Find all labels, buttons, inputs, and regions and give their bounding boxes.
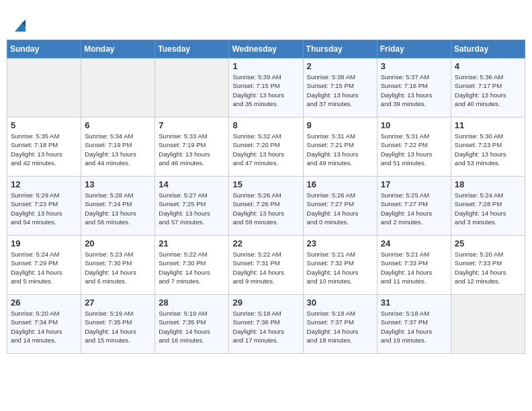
calendar-cell: 2Sunrise: 5:38 AM Sunset: 7:15 PM Daylig…: [303, 58, 377, 118]
cell-info: Sunrise: 5:22 AM Sunset: 7:31 PM Dayligh…: [232, 250, 299, 285]
calendar-cell: [155, 58, 229, 118]
day-number: 11: [455, 120, 521, 130]
calendar-cell: 12Sunrise: 5:29 AM Sunset: 7:23 PM Dayli…: [7, 177, 81, 236]
logo-icon: [12, 19, 27, 34]
day-number: 15: [232, 179, 299, 189]
weekday-header-saturday: Saturday: [451, 40, 525, 58]
cell-info: Sunrise: 5:22 AM Sunset: 7:30 PM Dayligh…: [159, 250, 225, 285]
calendar-cell: 25Sunrise: 5:20 AM Sunset: 7:33 PM Dayli…: [451, 236, 525, 295]
day-number: 22: [232, 238, 299, 248]
day-number: 6: [85, 120, 151, 130]
cell-info: Sunrise: 5:20 AM Sunset: 7:33 PM Dayligh…: [455, 250, 521, 285]
cell-info: Sunrise: 5:26 AM Sunset: 7:27 PM Dayligh…: [307, 191, 373, 226]
cell-info: Sunrise: 5:18 AM Sunset: 7:36 PM Dayligh…: [232, 309, 299, 345]
calendar-cell: 26Sunrise: 5:20 AM Sunset: 7:34 PM Dayli…: [7, 295, 81, 354]
cell-info: Sunrise: 5:35 AM Sunset: 7:18 PM Dayligh…: [11, 132, 77, 167]
day-number: 13: [85, 179, 151, 189]
day-number: 30: [307, 298, 373, 308]
weekday-header-friday: Friday: [377, 40, 451, 58]
calendar-cell: 6Sunrise: 5:34 AM Sunset: 7:19 PM Daylig…: [81, 118, 155, 177]
calendar-cell: 28Sunrise: 5:19 AM Sunset: 7:35 PM Dayli…: [155, 295, 229, 354]
cell-info: Sunrise: 5:31 AM Sunset: 7:21 PM Dayligh…: [307, 132, 373, 167]
day-number: 9: [307, 120, 373, 130]
day-number: 2: [307, 61, 373, 71]
cell-info: Sunrise: 5:18 AM Sunset: 7:37 PM Dayligh…: [307, 309, 373, 345]
calendar-cell: 27Sunrise: 5:19 AM Sunset: 7:35 PM Dayli…: [81, 295, 155, 354]
cell-info: Sunrise: 5:37 AM Sunset: 7:16 PM Dayligh…: [381, 73, 447, 108]
calendar-cell: 31Sunrise: 5:18 AM Sunset: 7:37 PM Dayli…: [377, 295, 451, 354]
day-number: 26: [11, 298, 77, 308]
calendar-cell: 8Sunrise: 5:32 AM Sunset: 7:20 PM Daylig…: [229, 118, 303, 177]
cell-info: Sunrise: 5:34 AM Sunset: 7:19 PM Dayligh…: [85, 132, 151, 167]
calendar-cell: 14Sunrise: 5:27 AM Sunset: 7:25 PM Dayli…: [155, 177, 229, 236]
calendar-table: SundayMondayTuesdayWednesdayThursdayFrid…: [7, 40, 525, 354]
calendar-cell: 18Sunrise: 5:24 AM Sunset: 7:28 PM Dayli…: [451, 177, 525, 236]
weekday-header-sunday: Sunday: [7, 40, 81, 58]
day-number: 27: [85, 298, 151, 308]
cell-info: Sunrise: 5:29 AM Sunset: 7:23 PM Dayligh…: [11, 191, 77, 226]
calendar-cell: 9Sunrise: 5:31 AM Sunset: 7:21 PM Daylig…: [303, 118, 377, 177]
day-number: 23: [307, 238, 373, 248]
calendar-cell: 13Sunrise: 5:28 AM Sunset: 7:24 PM Dayli…: [81, 177, 155, 236]
cell-info: Sunrise: 5:19 AM Sunset: 7:35 PM Dayligh…: [159, 309, 225, 345]
day-number: 8: [232, 120, 299, 130]
cell-info: Sunrise: 5:39 AM Sunset: 7:15 PM Dayligh…: [232, 73, 299, 108]
cell-info: Sunrise: 5:21 AM Sunset: 7:32 PM Dayligh…: [307, 250, 373, 285]
cell-info: Sunrise: 5:36 AM Sunset: 7:17 PM Dayligh…: [455, 73, 521, 108]
calendar-cell: [81, 58, 155, 118]
weekday-header-tuesday: Tuesday: [155, 40, 229, 58]
day-number: 20: [85, 238, 151, 248]
day-number: 7: [159, 120, 225, 130]
day-number: 17: [381, 179, 447, 189]
day-number: 21: [159, 238, 225, 248]
cell-info: Sunrise: 5:19 AM Sunset: 7:35 PM Dayligh…: [85, 309, 151, 345]
cell-info: Sunrise: 5:33 AM Sunset: 7:19 PM Dayligh…: [159, 132, 225, 167]
calendar-cell: 5Sunrise: 5:35 AM Sunset: 7:18 PM Daylig…: [7, 118, 81, 177]
calendar-cell: 16Sunrise: 5:26 AM Sunset: 7:27 PM Dayli…: [303, 177, 377, 236]
cell-info: Sunrise: 5:20 AM Sunset: 7:34 PM Dayligh…: [11, 309, 77, 345]
cell-info: Sunrise: 5:23 AM Sunset: 7:30 PM Dayligh…: [85, 250, 151, 285]
calendar-cell: 7Sunrise: 5:33 AM Sunset: 7:19 PM Daylig…: [155, 118, 229, 177]
calendar-cell: 11Sunrise: 5:30 AM Sunset: 7:23 PM Dayli…: [451, 118, 525, 177]
day-number: 16: [307, 179, 373, 189]
cell-info: Sunrise: 5:38 AM Sunset: 7:15 PM Dayligh…: [307, 73, 373, 108]
cell-info: Sunrise: 5:27 AM Sunset: 7:25 PM Dayligh…: [159, 191, 225, 226]
cell-info: Sunrise: 5:31 AM Sunset: 7:22 PM Dayligh…: [381, 132, 447, 167]
calendar-cell: [451, 295, 525, 354]
day-number: 25: [455, 238, 521, 248]
cell-info: Sunrise: 5:28 AM Sunset: 7:24 PM Dayligh…: [85, 191, 151, 226]
calendar-cell: 17Sunrise: 5:25 AM Sunset: 7:27 PM Dayli…: [377, 177, 451, 236]
calendar-cell: 1Sunrise: 5:39 AM Sunset: 7:15 PM Daylig…: [229, 58, 303, 118]
cell-info: Sunrise: 5:24 AM Sunset: 7:28 PM Dayligh…: [455, 191, 521, 226]
day-number: 10: [381, 120, 447, 130]
cell-info: Sunrise: 5:21 AM Sunset: 7:33 PM Dayligh…: [381, 250, 447, 285]
calendar-cell: 3Sunrise: 5:37 AM Sunset: 7:16 PM Daylig…: [377, 58, 451, 118]
day-number: 12: [11, 179, 77, 189]
day-number: 5: [11, 120, 77, 130]
day-number: 1: [232, 61, 299, 71]
day-number: 14: [159, 179, 225, 189]
calendar-cell: 21Sunrise: 5:22 AM Sunset: 7:30 PM Dayli…: [155, 236, 229, 295]
cell-info: Sunrise: 5:26 AM Sunset: 7:26 PM Dayligh…: [232, 191, 299, 226]
logo: [9, 7, 27, 34]
header: [7, 7, 525, 34]
day-number: 18: [455, 179, 521, 189]
day-number: 3: [381, 61, 447, 71]
calendar-cell: 15Sunrise: 5:26 AM Sunset: 7:26 PM Dayli…: [229, 177, 303, 236]
day-number: 19: [11, 238, 77, 248]
calendar-cell: 19Sunrise: 5:24 AM Sunset: 7:29 PM Dayli…: [7, 236, 81, 295]
calendar-cell: 20Sunrise: 5:23 AM Sunset: 7:30 PM Dayli…: [81, 236, 155, 295]
cell-info: Sunrise: 5:18 AM Sunset: 7:37 PM Dayligh…: [381, 309, 447, 345]
calendar-cell: 24Sunrise: 5:21 AM Sunset: 7:33 PM Dayli…: [377, 236, 451, 295]
calendar-cell: 29Sunrise: 5:18 AM Sunset: 7:36 PM Dayli…: [229, 295, 303, 354]
calendar-cell: 4Sunrise: 5:36 AM Sunset: 7:17 PM Daylig…: [451, 58, 525, 118]
day-number: 28: [159, 298, 225, 308]
day-number: 4: [455, 61, 521, 71]
weekday-header-monday: Monday: [81, 40, 155, 58]
day-number: 29: [232, 298, 299, 308]
calendar-cell: 10Sunrise: 5:31 AM Sunset: 7:22 PM Dayli…: [377, 118, 451, 177]
cell-info: Sunrise: 5:30 AM Sunset: 7:23 PM Dayligh…: [455, 132, 521, 167]
weekday-header-thursday: Thursday: [303, 40, 377, 58]
cell-info: Sunrise: 5:25 AM Sunset: 7:27 PM Dayligh…: [381, 191, 447, 226]
calendar-cell: [7, 58, 81, 118]
